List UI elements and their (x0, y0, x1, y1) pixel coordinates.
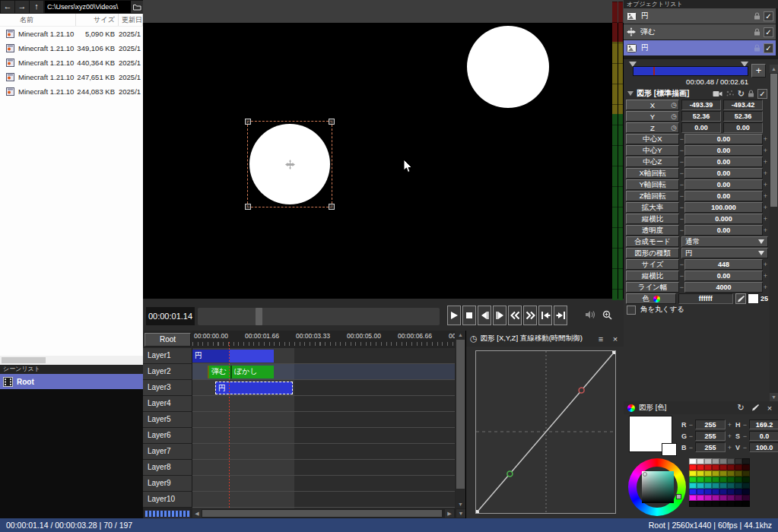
layer-name-cell[interactable]: Layer8 (143, 460, 192, 476)
property-value-slider[interactable]: 0.000 (684, 214, 763, 224)
palette-swatch[interactable] (727, 501, 735, 507)
palette-swatch[interactable] (712, 477, 719, 483)
decrement-button[interactable]: − (679, 225, 684, 236)
palette-swatch[interactable] (697, 477, 704, 483)
selection-handle-nw[interactable] (245, 119, 251, 125)
selection-handle-sw[interactable] (245, 204, 251, 210)
palette-swatch[interactable] (704, 470, 712, 477)
palette-swatch[interactable] (697, 489, 704, 495)
vscroll-down-arrow[interactable]: ▼ (770, 393, 778, 401)
b-value-field[interactable]: 255 (695, 442, 726, 452)
palette-swatch[interactable] (697, 464, 704, 470)
decrement-button[interactable]: − (679, 214, 684, 224)
curve-midpoint-red[interactable] (579, 388, 584, 393)
file-list-hscrollbar[interactable] (0, 356, 143, 365)
palette-swatch[interactable] (689, 464, 697, 470)
palette-swatch[interactable] (712, 495, 719, 501)
decrement-button[interactable]: − (679, 191, 684, 201)
decrement-button[interactable]: − (679, 179, 684, 190)
palette-swatch[interactable] (719, 483, 727, 489)
fast-forward-button[interactable] (523, 306, 537, 325)
property-label-button[interactable]: 透明度 (626, 225, 679, 236)
selection-handle-ne[interactable] (329, 119, 335, 125)
hscroll-corner-arrow[interactable]: ▼ (456, 509, 465, 518)
decrement-button[interactable]: − (679, 145, 684, 156)
lock-icon[interactable] (754, 12, 761, 20)
visibility-checkbox[interactable]: ✓ (764, 43, 773, 53)
property-label-button[interactable]: サイズ (626, 259, 679, 270)
prev-frame-button[interactable] (478, 306, 491, 325)
decrement-button[interactable]: − (688, 420, 694, 430)
file-list-hscroll-thumb[interactable] (2, 357, 46, 363)
hscroll-right-arrow[interactable]: ▶ (445, 509, 454, 518)
palette-swatch[interactable] (689, 489, 697, 495)
zoom-icon[interactable] (601, 308, 613, 321)
anchor-cross-icon[interactable] (285, 160, 295, 169)
decrement-button[interactable]: − (679, 134, 684, 144)
forward-button[interactable]: → (15, 1, 29, 13)
layer-name-cell[interactable]: Layer4 (143, 396, 192, 412)
decrement-button[interactable]: − (679, 271, 684, 281)
x-start-value[interactable]: -493.39 (681, 100, 721, 110)
layer-name-cell[interactable]: Layer7 (143, 444, 192, 460)
property-y-button[interactable]: Y◷ (626, 111, 679, 122)
palette-swatch[interactable] (727, 477, 735, 483)
increment-button[interactable]: + (763, 271, 768, 281)
hscroll-left-arrow[interactable]: ◀ (192, 509, 202, 518)
decrement-button[interactable]: − (679, 202, 684, 213)
round-corner-checkbox[interactable] (627, 306, 636, 315)
palette-swatch[interactable] (735, 477, 742, 483)
palette-swatch[interactable] (727, 483, 735, 489)
clip-bounce-layer2[interactable]: 弾む (208, 366, 230, 378)
decrement-button[interactable]: − (679, 259, 684, 270)
timeline-root-button[interactable]: Root (144, 333, 191, 347)
palette-swatch[interactable] (735, 470, 742, 477)
property-label-button[interactable]: ライン幅 (626, 282, 679, 293)
palette-swatch[interactable] (704, 464, 712, 470)
vscroll-down-arrow[interactable]: ▼ (456, 500, 465, 508)
timeline-hscrollbar[interactable]: ◀ ▶ ▼ (143, 508, 465, 518)
file-row[interactable]: Minecraft 1.21.10 - ... 440,364 KB 2025/… (0, 55, 143, 70)
palette-swatch[interactable] (727, 489, 735, 495)
palette-swatch[interactable] (712, 470, 719, 477)
palette-swatch[interactable] (697, 483, 704, 489)
column-size[interactable]: サイズ (76, 14, 119, 26)
shape-type-dropdown[interactable]: 円 (681, 248, 768, 258)
increment-button[interactable]: + (727, 420, 732, 430)
property-x-button[interactable]: X◷ (626, 100, 679, 110)
saturation-value-square[interactable] (642, 471, 674, 503)
v-value-field[interactable]: 100.0 (749, 442, 778, 452)
h-value-field[interactable]: 169.2 (749, 420, 778, 429)
property-value-slider[interactable]: 448 (684, 259, 763, 270)
visibility-checkbox[interactable]: ✓ (764, 11, 773, 21)
property-label-button[interactable]: 縦横比 (626, 214, 679, 224)
vscroll-up-arrow[interactable]: ▲ (456, 331, 465, 339)
palette-swatch[interactable] (719, 495, 727, 501)
lock-icon[interactable] (748, 90, 754, 97)
palette-swatch[interactable] (742, 464, 750, 470)
palette-swatch[interactable] (742, 501, 750, 507)
property-value-slider[interactable]: 4000 (684, 282, 763, 293)
decrement-button[interactable]: − (679, 157, 684, 167)
palette-swatch[interactable] (689, 458, 697, 464)
camera-icon[interactable] (713, 90, 722, 97)
selection-handle-se[interactable] (329, 204, 335, 210)
next-frame-button[interactable] (493, 306, 506, 325)
palette-swatch[interactable] (742, 470, 750, 477)
layer-name-cell[interactable]: Layer3 (143, 380, 192, 396)
file-row[interactable]: Minecraft 1.21.10 - ... 244,083 KB 2025/… (0, 84, 143, 99)
palette-swatch[interactable] (742, 495, 750, 501)
add-midpoint-button[interactable]: + (751, 64, 766, 78)
vscroll-up-arrow[interactable]: ▲ (770, 65, 778, 73)
hue-marker[interactable] (676, 494, 681, 499)
eyedropper-icon[interactable] (749, 404, 761, 413)
color-label-button[interactable]: 色 (626, 293, 676, 304)
palette-swatch[interactable] (689, 470, 697, 477)
decrement-button[interactable]: − (742, 431, 748, 442)
column-date[interactable]: 更新日 (119, 14, 143, 26)
palette-swatch[interactable] (712, 489, 719, 495)
go-start-button[interactable] (538, 306, 552, 325)
file-row[interactable]: Minecraft 1.21.10 - ... 247,651 KB 2025/… (0, 70, 143, 84)
palette-swatch[interactable] (735, 458, 742, 464)
palette-swatch[interactable] (697, 495, 704, 501)
